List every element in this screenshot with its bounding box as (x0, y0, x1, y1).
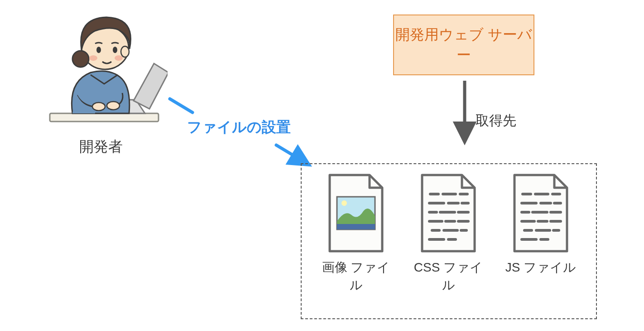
js-file-icon (509, 172, 572, 254)
file-image: 画像 ファイル (320, 172, 392, 294)
fetch-arrow-label: 取得先 (476, 112, 516, 130)
svg-point-6 (96, 47, 101, 53)
file-js-label: JS ファイル (505, 258, 577, 276)
developer-label: 開発者 (79, 137, 123, 156)
svg-point-2 (107, 102, 120, 110)
fetch-arrow (451, 77, 478, 150)
svg-line-11 (170, 99, 192, 112)
file-image-label: 画像 ファイル (320, 258, 392, 294)
svg-point-4 (72, 51, 89, 67)
svg-point-9 (115, 55, 123, 61)
developer-illustration (41, 5, 168, 136)
file-js: JS ファイル (505, 172, 577, 276)
svg-rect-14 (337, 224, 375, 229)
svg-point-7 (113, 47, 117, 53)
svg-point-8 (89, 55, 97, 61)
svg-rect-0 (50, 113, 159, 122)
file-css: CSS ファイル (412, 172, 485, 294)
svg-line-12 (276, 145, 308, 164)
dev-web-server-box: 開発用ウェブ サーバー (393, 15, 534, 75)
svg-point-1 (92, 102, 105, 111)
dev-web-server-label: 開発用ウェブ サーバー (394, 24, 533, 65)
svg-point-15 (341, 200, 347, 206)
svg-point-5 (121, 46, 129, 57)
image-file-icon (324, 172, 388, 254)
css-file-icon (417, 172, 480, 254)
place-files-arrow-label: ファイルの設置 (187, 117, 291, 137)
file-css-label: CSS ファイル (412, 258, 485, 294)
